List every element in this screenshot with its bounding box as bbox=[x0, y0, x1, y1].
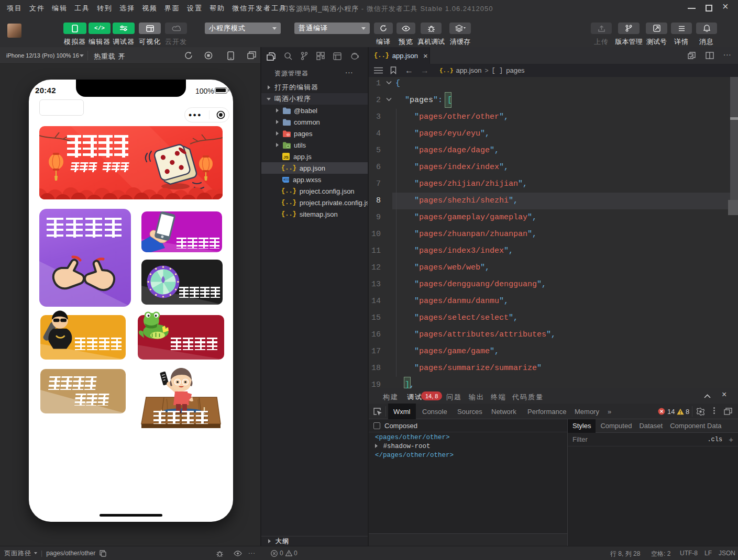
svg-text:JS: JS bbox=[283, 155, 289, 160]
